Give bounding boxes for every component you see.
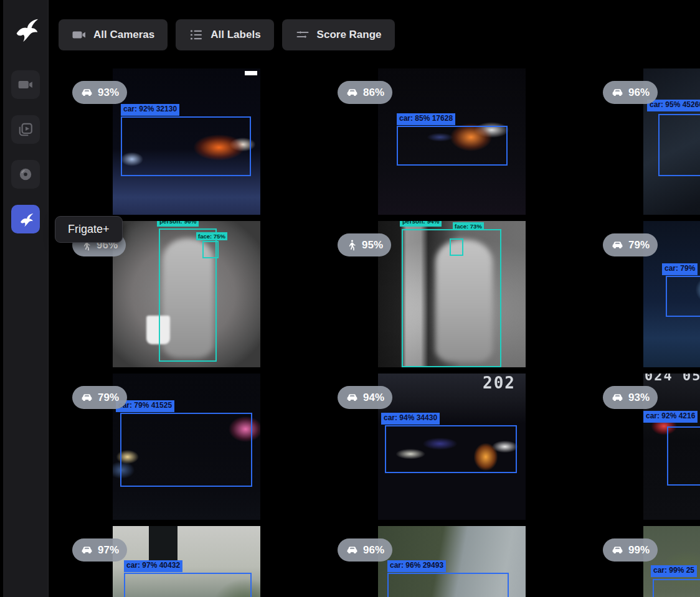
detection-label: car: 85% 17628 bbox=[397, 113, 455, 125]
tooltip-label: Frigate+ bbox=[68, 223, 110, 235]
snapshot-thumbnail[interactable]: car: 99% 25 bbox=[643, 526, 700, 597]
score-value: 93% bbox=[628, 392, 650, 404]
detection-box bbox=[385, 425, 517, 473]
submission-cell: car: 97% 4043297% bbox=[60, 526, 325, 597]
car-icon bbox=[611, 238, 624, 251]
snapshot-thumbnail[interactable]: car: 85% 17628 bbox=[378, 68, 526, 215]
detection-box bbox=[387, 573, 509, 597]
score-badge: 96% bbox=[603, 81, 658, 104]
car-icon bbox=[346, 543, 359, 557]
submission-cell: car: 92% 3213093% bbox=[60, 68, 325, 221]
sidebar bbox=[3, 0, 49, 597]
car-icon bbox=[346, 86, 359, 99]
frigate-plus-tooltip: Frigate+ bbox=[55, 216, 123, 243]
face-label: face: 75% bbox=[196, 232, 227, 240]
score-value: 99% bbox=[628, 544, 650, 557]
detection-label: car: 99% 25 bbox=[651, 565, 697, 577]
snapshot-thumbnail[interactable]: car: 96% 29493 bbox=[378, 526, 526, 597]
sidebar-item-frigate-plus[interactable] bbox=[11, 205, 40, 233]
detection-box bbox=[397, 126, 508, 166]
score-badge: 97% bbox=[72, 538, 127, 562]
video-camera-icon bbox=[72, 27, 87, 42]
detection-label: car: 92% 32130 bbox=[121, 104, 179, 116]
disc-icon bbox=[17, 166, 34, 182]
filter-label: All Cameras bbox=[93, 29, 154, 41]
score-badge: 95% bbox=[338, 233, 391, 256]
submission-cell: car: 95% 4526096% bbox=[590, 68, 700, 221]
car-icon bbox=[611, 86, 624, 99]
score-value: 79% bbox=[628, 239, 650, 251]
score-value: 79% bbox=[98, 392, 119, 404]
score-value: 97% bbox=[98, 544, 119, 557]
submission-cell: person: 94%face: 73%95% bbox=[325, 221, 590, 374]
face-box bbox=[202, 241, 219, 258]
detection-box bbox=[666, 276, 700, 317]
detection-label: car: 95% 45260 bbox=[647, 100, 700, 111]
all-cameras-filter-button[interactable]: All Cameras bbox=[59, 19, 168, 50]
score-value: 95% bbox=[362, 239, 383, 251]
snapshot-thumbnail[interactable]: car: 79% 41525 bbox=[113, 374, 260, 520]
score-badge: 79% bbox=[603, 233, 658, 256]
score-badge: 86% bbox=[338, 81, 392, 104]
score-badge: 93% bbox=[72, 81, 127, 104]
sidebar-item-live[interactable] bbox=[11, 70, 40, 99]
score-badge: 79% bbox=[72, 386, 127, 409]
submission-cell: car: 85% 1762886% bbox=[325, 68, 590, 221]
detection-label: car: 96% 29493 bbox=[387, 560, 446, 572]
snapshot-thumbnail[interactable]: car: 92% 32130 bbox=[113, 68, 260, 215]
score-badge: 96% bbox=[338, 538, 392, 562]
snapshot-thumbnail[interactable]: person: 94%face: 73% bbox=[378, 221, 526, 367]
sliders-icon bbox=[295, 27, 310, 42]
detection-box bbox=[121, 116, 251, 176]
detection-box bbox=[658, 114, 700, 176]
car-icon bbox=[611, 543, 624, 557]
timestamp-overlay: 024 05 0 bbox=[645, 374, 700, 383]
filter-toolbar: All Cameras All Labels Score Range bbox=[59, 19, 395, 50]
all-labels-filter-button[interactable]: All Labels bbox=[176, 19, 273, 50]
submission-cell: car: 94% 3443020294% bbox=[325, 374, 590, 526]
filter-label: All Labels bbox=[210, 29, 260, 41]
sidebar-item-export[interactable] bbox=[11, 160, 40, 189]
score-badge: 94% bbox=[338, 386, 392, 409]
timestamp-overlay: 202 bbox=[483, 374, 516, 392]
sidebar-item-review[interactable] bbox=[11, 115, 40, 144]
score-range-filter-button[interactable]: Score Range bbox=[282, 19, 395, 50]
snapshot-thumbnail[interactable]: car: 94% 34430202 bbox=[378, 374, 526, 520]
detection-box bbox=[120, 413, 252, 487]
person-icon bbox=[346, 239, 357, 251]
detection-box bbox=[653, 579, 700, 597]
detection-label: car: 94% 34430 bbox=[381, 413, 440, 425]
car-icon bbox=[80, 391, 93, 404]
score-value: 96% bbox=[363, 544, 384, 557]
car-icon bbox=[346, 391, 359, 404]
detection-box bbox=[667, 426, 700, 486]
snapshot-thumbnail[interactable]: car: 97% 40432 bbox=[113, 526, 260, 597]
score-value: 96% bbox=[628, 87, 650, 99]
review-icon bbox=[17, 121, 34, 138]
score-value: 86% bbox=[363, 87, 384, 99]
car-icon bbox=[80, 543, 93, 557]
car-icon bbox=[80, 86, 93, 99]
face-label: face: 73% bbox=[453, 222, 484, 230]
submission-cell: car: 92% 4216024 05 093% bbox=[590, 374, 700, 526]
detection-label: person: 94% bbox=[400, 221, 442, 227]
score-value: 93% bbox=[98, 87, 119, 99]
detection-label: car: 97% 40432 bbox=[124, 560, 182, 572]
detection-label: car: 92% 4216 bbox=[643, 411, 698, 423]
frigate-logo bbox=[11, 15, 40, 44]
face-box bbox=[450, 238, 463, 256]
detection-label: person: 96% bbox=[157, 221, 199, 227]
score-badge: 93% bbox=[603, 386, 658, 409]
detection-label: car: 79% bbox=[662, 263, 698, 275]
submission-cell: person: 96%face: 75%96% bbox=[60, 221, 325, 374]
detection-box bbox=[124, 573, 252, 597]
car-icon bbox=[611, 391, 624, 404]
filter-label: Score Range bbox=[317, 29, 382, 41]
submission-cell: car: 96% 2949396% bbox=[325, 526, 590, 597]
score-value: 94% bbox=[363, 392, 384, 404]
snapshot-thumbnail[interactable]: person: 96%face: 75% bbox=[113, 221, 260, 367]
submissions-grid: car: 92% 3213093%car: 85% 1762886%car: 9… bbox=[60, 68, 700, 597]
sidebar-nav bbox=[11, 70, 40, 233]
submission-cell: car: 79% 4152579% bbox=[60, 374, 325, 526]
submission-cell: car: 79%79% bbox=[590, 221, 700, 374]
